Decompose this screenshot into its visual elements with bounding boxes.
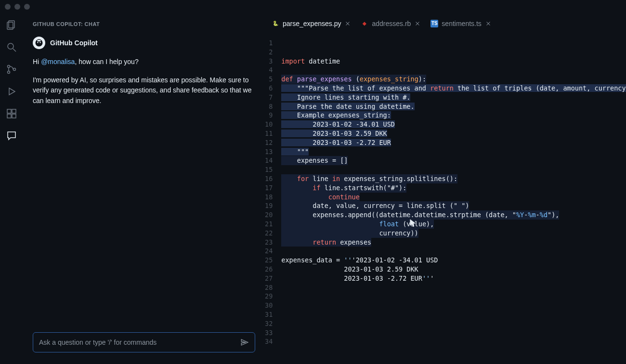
chat-bot-name: GitHub Copilot (50, 39, 98, 47)
greeting-prefix: Hi (33, 58, 41, 65)
svg-point-6 (13, 68, 16, 71)
tab-addresses[interactable]: ◆ addresses.rb (356, 14, 426, 32)
chat-panel-header: GITHUB COPILOT: CHAT (23, 13, 265, 32)
svg-point-5 (8, 71, 10, 74)
tab-label: addresses.rb (372, 20, 411, 27)
code-container: 1234567891011121314151617181920212223242… (265, 33, 626, 364)
python-file-icon: 🐍 (272, 20, 279, 27)
activity-bar (0, 13, 23, 364)
minimize-window-button[interactable] (14, 4, 20, 10)
line-number-gutter: 1234567891011121314151617181920212223242… (265, 38, 281, 364)
chat-icon[interactable] (6, 130, 17, 142)
close-icon[interactable] (414, 20, 421, 27)
svg-point-2 (8, 43, 13, 49)
traffic-lights (5, 4, 30, 10)
chat-bot-header: GitHub Copilot (33, 37, 255, 49)
chat-input[interactable]: Ask a question or type '/' for commands (33, 332, 255, 352)
chat-input-container: Ask a question or type '/' for commands (23, 326, 265, 364)
greeting-suffix: , how can I help you? (75, 58, 138, 65)
titlebar (0, 0, 626, 13)
tab-label: parse_expenses.py (283, 20, 341, 27)
svg-rect-15 (37, 40, 41, 41)
chat-panel: GITHUB COPILOT: CHAT GitHub Copilot Hi @… (23, 13, 265, 364)
svg-line-3 (13, 49, 16, 52)
svg-point-4 (8, 65, 10, 68)
chat-disclaimer: I'm powered by AI, so surprises and mist… (33, 75, 255, 106)
extensions-icon[interactable] (6, 108, 17, 119)
copilot-avatar-icon (33, 37, 45, 49)
editor-area: 🐍 parse_expenses.py ◆ addresses.rb TS se… (265, 13, 626, 364)
svg-rect-8 (7, 109, 11, 113)
close-icon[interactable] (344, 20, 351, 27)
maximize-window-button[interactable] (24, 4, 30, 10)
svg-rect-9 (12, 109, 16, 113)
tab-parse-expenses[interactable]: 🐍 parse_expenses.py (267, 14, 356, 32)
close-icon[interactable] (485, 20, 492, 27)
send-icon[interactable] (240, 338, 249, 347)
search-icon[interactable] (6, 41, 17, 53)
ruby-file-icon: ◆ (361, 20, 368, 27)
chat-input-placeholder: Ask a question or type '/' for commands (39, 338, 156, 346)
typescript-file-icon: TS (430, 20, 438, 27)
greeting-mention: @monalisa (41, 58, 75, 65)
svg-marker-7 (9, 88, 15, 95)
source-control-icon[interactable] (6, 64, 17, 75)
svg-rect-11 (12, 114, 16, 118)
svg-point-14 (39, 42, 40, 43)
svg-point-13 (37, 42, 38, 43)
chat-body: GitHub Copilot Hi @monalisa, how can I h… (23, 32, 265, 326)
tab-sentiments[interactable]: TS sentiments.ts (426, 14, 496, 32)
debug-icon[interactable] (6, 86, 17, 97)
close-window-button[interactable] (5, 4, 11, 10)
tab-bar: 🐍 parse_expenses.py ◆ addresses.rb TS se… (265, 13, 626, 33)
code-editor[interactable]: import datetime def parse_expenses (expe… (281, 38, 626, 364)
files-icon[interactable] (6, 19, 17, 31)
main-layout: GITHUB COPILOT: CHAT GitHub Copilot Hi @… (0, 13, 626, 364)
svg-rect-10 (7, 114, 11, 118)
tab-label: sentiments.ts (442, 20, 481, 27)
chat-greeting: Hi @monalisa, how can I help you? (33, 57, 255, 67)
